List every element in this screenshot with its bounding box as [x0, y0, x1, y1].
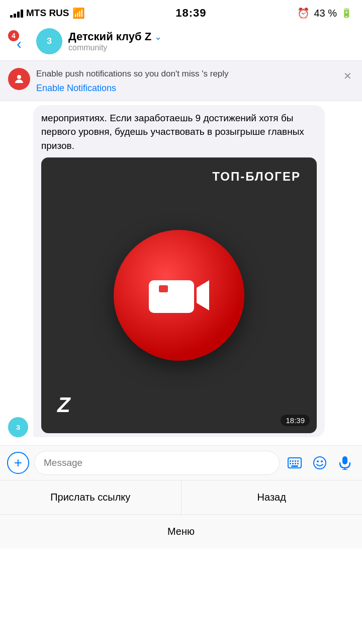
chevron-down-icon: ⌄ — [154, 31, 162, 42]
svg-rect-12 — [297, 463, 299, 464]
person-icon — [13, 73, 25, 85]
status-right: ⏰ 43 % 🔋 — [297, 7, 352, 19]
keyboard-button[interactable] — [285, 453, 305, 473]
send-link-button[interactable]: Прислать ссылку — [0, 480, 182, 514]
image-inner: ТОП-БЛОГЕР Z 18:39 — [41, 157, 317, 433]
svg-point-16 — [321, 460, 323, 462]
image-card: ТОП-БЛОГЕР Z 18:39 — [41, 157, 317, 433]
svg-rect-5 — [290, 460, 291, 462]
wifi-icon: 📶 — [72, 7, 85, 19]
svg-rect-11 — [295, 463, 296, 464]
message-text: мероприятиях. Если заработаешь 9 достиже… — [41, 113, 304, 151]
channel-name-text: Детский клуб Z — [68, 30, 151, 43]
nav-header: 4 ‹ З Детский клуб Z ⌄ community — [0, 24, 362, 61]
message-input[interactable] — [34, 451, 280, 475]
bottom-actions: Прислать ссылку Назад Меню — [0, 480, 362, 548]
svg-point-15 — [317, 460, 319, 462]
enable-notifications-link[interactable]: Enable Notifications — [36, 83, 335, 94]
message-timestamp: 18:39 — [281, 415, 310, 426]
attach-button[interactable]: + — [7, 452, 29, 474]
svg-marker-2 — [197, 280, 209, 310]
svg-point-14 — [314, 457, 326, 469]
back-badge: 4 — [8, 30, 19, 41]
svg-point-0 — [17, 75, 21, 79]
channel-subtitle: community — [68, 43, 354, 52]
clock: 18:39 — [175, 7, 206, 20]
notification-content: Enable push notifications so you don't m… — [36, 68, 335, 94]
bottom-row-2: Меню — [0, 514, 362, 548]
notification-text: Enable push notifications so you don't m… — [36, 68, 335, 80]
svg-rect-10 — [292, 463, 294, 464]
channel-avatar: З — [36, 28, 62, 54]
voice-button[interactable] — [335, 453, 355, 473]
alarm-icon: ⏰ — [297, 7, 310, 19]
red-circle — [114, 230, 244, 361]
top-blogger-label: ТОП-БЛОГЕР — [212, 170, 301, 184]
microphone-icon — [339, 456, 351, 470]
battery-label: 43 % — [314, 8, 337, 19]
notification-avatar-icon — [8, 68, 30, 90]
emoji-icon — [313, 456, 327, 470]
svg-rect-1 — [149, 280, 194, 313]
svg-rect-17 — [342, 456, 347, 464]
channel-name-row[interactable]: Детский клуб Z ⌄ — [68, 30, 354, 43]
bottom-row-1: Прислать ссылку Назад — [0, 480, 362, 514]
notification-banner: Enable push notifications so you don't m… — [0, 61, 362, 101]
status-bar: MTS RUS 📶 18:39 ⏰ 43 % 🔋 — [0, 0, 362, 24]
svg-rect-3 — [159, 285, 168, 292]
camera-icon — [144, 270, 214, 320]
signal-icon — [10, 9, 23, 18]
back-button-2[interactable]: Назад — [182, 480, 363, 514]
svg-rect-7 — [295, 460, 296, 462]
z-logo: Z — [57, 393, 70, 417]
sender-avatar: З — [8, 417, 28, 437]
chat-area: З мероприятиях. Если заработаешь 9 дости… — [0, 101, 362, 438]
emoji-button[interactable] — [310, 453, 330, 473]
message-row: З мероприятиях. Если заработаешь 9 дости… — [0, 101, 362, 438]
svg-rect-6 — [292, 460, 294, 462]
message-bubble: мероприятиях. Если заработаешь 9 достиже… — [33, 105, 325, 438]
carrier-label: MTS RUS — [26, 8, 69, 19]
battery-icon: 🔋 — [341, 8, 352, 19]
svg-rect-13 — [291, 465, 298, 467]
input-right-buttons — [285, 453, 355, 473]
status-left: MTS RUS 📶 — [10, 7, 85, 19]
svg-rect-9 — [290, 463, 291, 464]
plus-icon: + — [14, 456, 22, 470]
menu-button[interactable]: Меню — [0, 515, 362, 548]
keyboard-icon — [288, 457, 302, 468]
close-notification-button[interactable]: ✕ — [341, 68, 354, 84]
input-bar: + — [0, 445, 362, 480]
back-button[interactable]: 4 ‹ — [8, 30, 30, 52]
svg-rect-8 — [297, 460, 299, 462]
channel-info: Детский клуб Z ⌄ community — [68, 30, 354, 52]
